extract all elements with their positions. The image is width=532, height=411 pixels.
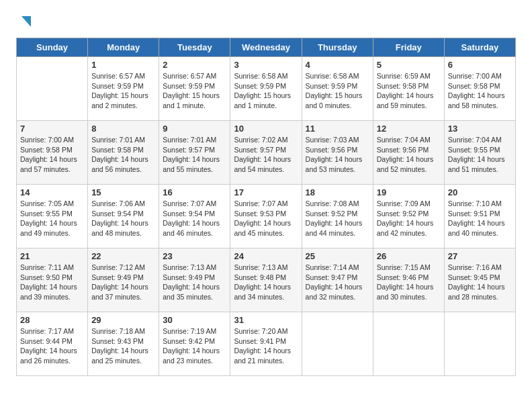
svg-marker-0 (21, 16, 31, 27)
day-number: 11 (306, 124, 369, 134)
day-info: Sunrise: 7:11 AM Sunset: 9:50 PM Dayligh… (20, 263, 84, 302)
calendar-cell: 5Sunrise: 6:59 AM Sunset: 9:58 PM Daylig… (373, 57, 444, 121)
calendar-body: 1Sunrise: 6:57 AM Sunset: 9:59 PM Daylig… (17, 57, 516, 376)
day-number: 22 (91, 251, 155, 261)
calendar-cell: 30Sunrise: 7:19 AM Sunset: 9:42 PM Dayli… (159, 312, 230, 376)
calendar-cell: 4Sunrise: 6:58 AM Sunset: 9:59 PM Daylig… (302, 57, 373, 121)
calendar-cell (444, 312, 515, 376)
calendar-table: SundayMondayTuesdayWednesdayThursdayFrid… (16, 38, 516, 376)
day-info: Sunrise: 7:06 AM Sunset: 9:54 PM Dayligh… (91, 199, 155, 238)
day-info: Sunrise: 7:04 AM Sunset: 9:56 PM Dayligh… (377, 135, 441, 175)
calendar-cell: 24Sunrise: 7:13 AM Sunset: 9:48 PM Dayli… (230, 248, 302, 312)
day-info: Sunrise: 7:18 AM Sunset: 9:43 PM Dayligh… (91, 326, 155, 366)
day-info: Sunrise: 7:07 AM Sunset: 9:54 PM Dayligh… (163, 199, 226, 238)
calendar-cell: 11Sunrise: 7:03 AM Sunset: 9:56 PM Dayli… (302, 121, 373, 185)
day-info: Sunrise: 7:16 AM Sunset: 9:45 PM Dayligh… (448, 263, 512, 302)
logo (16, 13, 32, 31)
calendar-cell: 21Sunrise: 7:11 AM Sunset: 9:50 PM Dayli… (17, 248, 88, 312)
day-info: Sunrise: 7:15 AM Sunset: 9:46 PM Dayligh… (377, 263, 441, 302)
day-number: 30 (163, 315, 226, 325)
calendar-cell: 28Sunrise: 7:17 AM Sunset: 9:44 PM Dayli… (17, 312, 88, 376)
header (16, 13, 516, 31)
day-info: Sunrise: 7:04 AM Sunset: 9:55 PM Dayligh… (448, 135, 512, 175)
day-header-tuesday: Tuesday (159, 38, 230, 57)
day-number: 26 (377, 251, 441, 261)
calendar-header-row: SundayMondayTuesdayWednesdayThursdayFrid… (17, 38, 516, 57)
calendar-cell: 31Sunrise: 7:20 AM Sunset: 9:41 PM Dayli… (230, 312, 302, 376)
day-number: 14 (20, 187, 84, 197)
day-info: Sunrise: 7:07 AM Sunset: 9:53 PM Dayligh… (234, 199, 298, 238)
day-number: 7 (20, 124, 84, 134)
calendar-cell: 18Sunrise: 7:08 AM Sunset: 9:52 PM Dayli… (302, 185, 373, 248)
calendar-cell: 13Sunrise: 7:04 AM Sunset: 9:55 PM Dayli… (444, 121, 515, 185)
calendar-week-3: 14Sunrise: 7:05 AM Sunset: 9:55 PM Dayli… (17, 185, 516, 248)
day-number: 15 (91, 187, 155, 197)
day-info: Sunrise: 6:57 AM Sunset: 9:59 PM Dayligh… (163, 71, 226, 111)
calendar-week-4: 21Sunrise: 7:11 AM Sunset: 9:50 PM Dayli… (17, 248, 516, 312)
day-number: 19 (377, 187, 441, 197)
calendar-cell: 20Sunrise: 7:10 AM Sunset: 9:51 PM Dayli… (444, 185, 515, 248)
day-info: Sunrise: 6:58 AM Sunset: 9:59 PM Dayligh… (234, 71, 298, 111)
day-number: 25 (306, 251, 369, 261)
day-number: 10 (234, 124, 298, 134)
day-number: 24 (234, 251, 298, 261)
calendar-week-1: 1Sunrise: 6:57 AM Sunset: 9:59 PM Daylig… (17, 57, 516, 121)
calendar-cell: 22Sunrise: 7:12 AM Sunset: 9:49 PM Dayli… (88, 248, 159, 312)
calendar-cell: 17Sunrise: 7:07 AM Sunset: 9:53 PM Dayli… (230, 185, 302, 248)
calendar-cell (17, 57, 88, 121)
day-info: Sunrise: 6:59 AM Sunset: 9:58 PM Dayligh… (377, 71, 441, 111)
calendar-cell: 16Sunrise: 7:07 AM Sunset: 9:54 PM Dayli… (159, 185, 230, 248)
calendar-cell: 23Sunrise: 7:13 AM Sunset: 9:49 PM Dayli… (159, 248, 230, 312)
day-info: Sunrise: 7:08 AM Sunset: 9:52 PM Dayligh… (306, 199, 369, 238)
day-number: 5 (377, 60, 441, 70)
day-number: 6 (448, 60, 512, 70)
day-number: 13 (448, 124, 512, 134)
day-header-thursday: Thursday (302, 38, 373, 57)
day-number: 1 (91, 60, 155, 70)
day-number: 18 (306, 187, 369, 197)
day-header-monday: Monday (88, 38, 159, 57)
calendar-cell: 25Sunrise: 7:14 AM Sunset: 9:47 PM Dayli… (302, 248, 373, 312)
day-info: Sunrise: 7:00 AM Sunset: 9:58 PM Dayligh… (448, 71, 512, 111)
calendar-cell: 12Sunrise: 7:04 AM Sunset: 9:56 PM Dayli… (373, 121, 444, 185)
day-number: 27 (448, 251, 512, 261)
day-number: 12 (377, 124, 441, 134)
day-info: Sunrise: 6:57 AM Sunset: 9:59 PM Dayligh… (91, 71, 155, 111)
day-number: 2 (163, 60, 226, 70)
day-number: 9 (163, 124, 226, 134)
day-header-saturday: Saturday (444, 38, 515, 57)
day-number: 16 (163, 187, 226, 197)
calendar-cell: 15Sunrise: 7:06 AM Sunset: 9:54 PM Dayli… (88, 185, 159, 248)
day-info: Sunrise: 7:05 AM Sunset: 9:55 PM Dayligh… (20, 199, 84, 238)
day-number: 29 (91, 315, 155, 325)
calendar-cell: 7Sunrise: 7:00 AM Sunset: 9:58 PM Daylig… (17, 121, 88, 185)
calendar-week-2: 7Sunrise: 7:00 AM Sunset: 9:58 PM Daylig… (17, 121, 516, 185)
calendar-cell: 9Sunrise: 7:01 AM Sunset: 9:57 PM Daylig… (159, 121, 230, 185)
day-info: Sunrise: 7:09 AM Sunset: 9:52 PM Dayligh… (377, 199, 441, 238)
day-info: Sunrise: 7:19 AM Sunset: 9:42 PM Dayligh… (163, 326, 226, 366)
calendar-cell: 10Sunrise: 7:02 AM Sunset: 9:57 PM Dayli… (230, 121, 302, 185)
logo-triangle-icon (17, 13, 32, 28)
calendar-cell: 1Sunrise: 6:57 AM Sunset: 9:59 PM Daylig… (88, 57, 159, 121)
calendar-cell: 14Sunrise: 7:05 AM Sunset: 9:55 PM Dayli… (17, 185, 88, 248)
day-number: 31 (234, 315, 298, 325)
day-info: Sunrise: 7:03 AM Sunset: 9:56 PM Dayligh… (306, 135, 369, 175)
day-number: 3 (234, 60, 298, 70)
day-info: Sunrise: 7:01 AM Sunset: 9:57 PM Dayligh… (163, 135, 226, 175)
day-header-friday: Friday (373, 38, 444, 57)
page: SundayMondayTuesdayWednesdayThursdayFrid… (0, 0, 532, 390)
day-header-sunday: Sunday (17, 38, 88, 57)
day-number: 17 (234, 187, 298, 197)
calendar-cell: 29Sunrise: 7:18 AM Sunset: 9:43 PM Dayli… (88, 312, 159, 376)
day-number: 4 (306, 60, 369, 70)
calendar-cell (373, 312, 444, 376)
day-number: 8 (91, 124, 155, 134)
day-info: Sunrise: 7:13 AM Sunset: 9:49 PM Dayligh… (163, 263, 226, 302)
day-info: Sunrise: 7:01 AM Sunset: 9:58 PM Dayligh… (91, 135, 155, 175)
day-info: Sunrise: 6:58 AM Sunset: 9:59 PM Dayligh… (306, 71, 369, 111)
day-header-wednesday: Wednesday (230, 38, 302, 57)
day-number: 21 (20, 251, 84, 261)
calendar-week-5: 28Sunrise: 7:17 AM Sunset: 9:44 PM Dayli… (17, 312, 516, 376)
day-info: Sunrise: 7:10 AM Sunset: 9:51 PM Dayligh… (448, 199, 512, 238)
day-number: 28 (20, 315, 84, 325)
